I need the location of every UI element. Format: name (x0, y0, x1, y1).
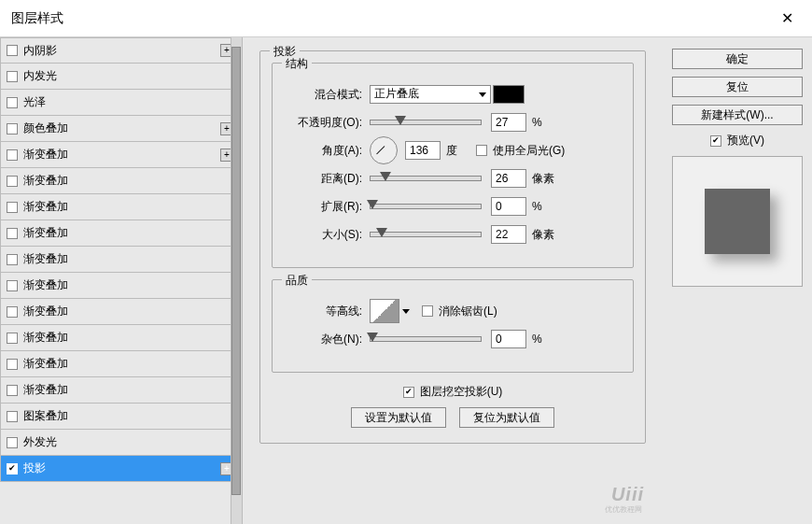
blend-mode-select[interactable]: 正片叠底 (370, 85, 491, 104)
style-checkbox[interactable] (7, 437, 18, 448)
noise-row: 杂色(N): 0 % (284, 329, 622, 349)
style-row-14[interactable]: 图案叠加 (0, 404, 242, 430)
quality-group: 品质 等高线: 消除锯齿(L) 杂色(N): 0 % (272, 279, 634, 373)
style-row-13[interactable]: 渐变叠加 (0, 377, 242, 404)
angle-input[interactable]: 136 (405, 141, 441, 160)
style-checkbox[interactable] (7, 306, 18, 318)
distance-value: 26 (496, 172, 508, 185)
style-label: 渐变叠加 (23, 251, 68, 267)
style-checkbox[interactable] (7, 463, 18, 474)
knockout-checkbox[interactable] (403, 387, 414, 398)
noise-label: 杂色(N): (284, 332, 370, 347)
spread-input[interactable]: 0 (491, 197, 526, 216)
opacity-unit: % (532, 116, 554, 129)
style-checkbox[interactable] (7, 254, 18, 265)
distance-unit: 像素 (532, 171, 554, 187)
close-icon[interactable]: ✕ (774, 6, 801, 31)
new-style-label: 新建样式(W)... (701, 107, 773, 123)
style-checkbox[interactable] (7, 149, 18, 161)
style-checkbox[interactable] (7, 123, 18, 135)
style-label: 渐变叠加 (23, 330, 68, 346)
size-row: 大小(S): 22 像素 (284, 224, 622, 245)
style-checkbox[interactable] (7, 385, 18, 396)
preview-label: 预览(V) (727, 133, 764, 149)
cancel-label: 复位 (726, 79, 749, 95)
style-row-4[interactable]: 渐变叠加+ (0, 142, 242, 168)
style-row-9[interactable]: 渐变叠加 (0, 273, 242, 299)
style-label: 渐变叠加 (23, 304, 68, 319)
new-style-button[interactable]: 新建样式(W)... (672, 105, 803, 125)
style-row-15[interactable]: 外发光 (0, 430, 242, 456)
spread-row: 扩展(R): 0 % (284, 196, 622, 217)
distance-input[interactable]: 26 (491, 169, 526, 188)
angle-row: 角度(A): 136 度 使用全局光(G) (284, 140, 622, 161)
antialias-checkbox[interactable] (422, 305, 433, 317)
style-checkbox[interactable] (7, 359, 18, 370)
reset-default-button[interactable]: 复位为默认值 (459, 407, 554, 428)
blend-mode-row: 混合模式: 正片叠底 (284, 84, 622, 105)
global-light-checkbox[interactable] (476, 145, 487, 156)
opacity-input[interactable]: 27 (491, 113, 526, 132)
style-checkbox[interactable] (7, 280, 18, 291)
style-row-12[interactable]: 渐变叠加 (0, 351, 242, 377)
ok-label: 确定 (726, 51, 749, 67)
angle-label: 角度(A): (284, 143, 370, 159)
style-checkbox[interactable] (7, 411, 18, 422)
style-label: 渐变叠加 (23, 277, 68, 293)
style-checkbox[interactable] (7, 97, 18, 108)
style-checkbox[interactable] (7, 202, 18, 213)
scroll-thumb[interactable] (231, 47, 241, 495)
spread-label: 扩展(R): (284, 199, 370, 215)
style-label: 渐变叠加 (23, 225, 68, 241)
style-row-2[interactable]: 光泽 (0, 90, 242, 116)
opacity-label: 不透明度(O): (284, 115, 370, 131)
style-label: 投影 (23, 460, 46, 476)
style-checkbox[interactable] (7, 71, 18, 82)
noise-input[interactable]: 0 (491, 330, 526, 348)
size-unit: 像素 (532, 227, 554, 243)
style-checkbox[interactable] (7, 176, 18, 187)
style-row-1[interactable]: 内发光 (0, 64, 242, 90)
preview-checkbox[interactable] (710, 135, 721, 147)
structure-title: 结构 (282, 56, 312, 72)
style-row-7[interactable]: 渐变叠加 (0, 220, 242, 247)
ok-button[interactable]: 确定 (672, 49, 803, 69)
make-default-button[interactable]: 设置为默认值 (351, 407, 446, 428)
style-row-0[interactable]: 内阴影+ (0, 37, 242, 64)
size-slider[interactable] (370, 232, 482, 237)
style-row-10[interactable]: 渐变叠加 (0, 299, 242, 325)
preview-box (672, 156, 803, 287)
opacity-value: 27 (496, 116, 508, 129)
size-input[interactable]: 22 (491, 225, 526, 244)
cancel-button[interactable]: 复位 (672, 77, 803, 97)
style-label: 渐变叠加 (23, 199, 68, 215)
distance-slider[interactable] (370, 176, 482, 181)
antialias-label: 消除锯齿(L) (439, 304, 497, 319)
drop-shadow-group: 投影 结构 混合模式: 正片叠底 不透明度(O): 27 % 角度(A): (259, 50, 646, 444)
spread-slider[interactable] (370, 204, 482, 209)
style-row-11[interactable]: 渐变叠加 (0, 325, 242, 351)
style-row-5[interactable]: 渐变叠加 (0, 168, 242, 194)
style-label: 渐变叠加 (23, 382, 68, 398)
style-row-16[interactable]: 投影+ (0, 456, 242, 482)
color-swatch[interactable] (493, 85, 525, 104)
style-label: 颜色叠加 (23, 120, 68, 136)
style-row-6[interactable]: 渐变叠加 (0, 194, 242, 220)
settings-panel: 投影 结构 混合模式: 正片叠底 不透明度(O): 27 % 角度(A): (243, 37, 663, 524)
contour-row: 等高线: 消除锯齿(L) (284, 301, 622, 321)
noise-slider[interactable] (370, 336, 482, 342)
style-row-8[interactable]: 渐变叠加 (0, 247, 242, 273)
preview-row: 预览(V) (672, 133, 803, 149)
action-panel: 确定 复位 新建样式(W)... 预览(V) (663, 37, 812, 524)
style-checkbox[interactable] (7, 45, 18, 56)
opacity-slider[interactable] (370, 120, 482, 125)
angle-dial[interactable] (370, 136, 398, 164)
spread-unit: % (532, 200, 554, 213)
style-checkbox[interactable] (7, 333, 18, 344)
scrollbar[interactable] (231, 37, 242, 524)
style-row-3[interactable]: 颜色叠加+ (0, 116, 242, 142)
style-checkbox[interactable] (7, 228, 18, 239)
style-label: 内发光 (23, 68, 57, 84)
spread-value: 0 (496, 200, 502, 213)
contour-picker[interactable] (370, 299, 399, 323)
